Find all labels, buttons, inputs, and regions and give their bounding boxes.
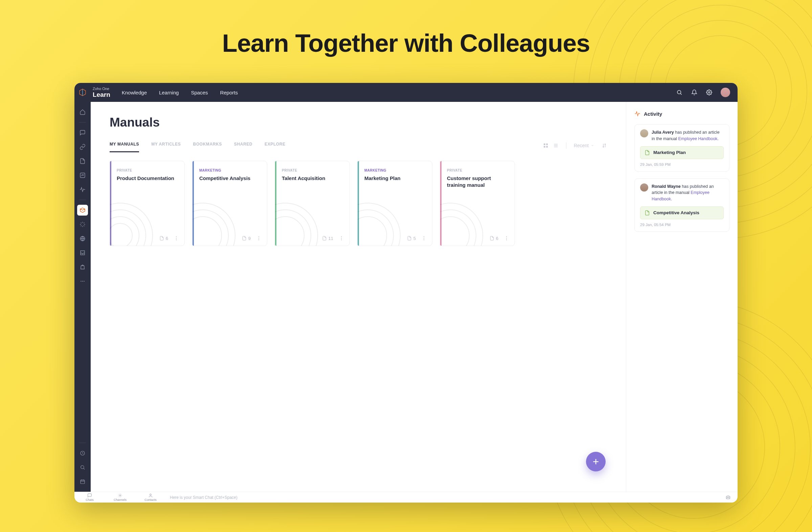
svg-point-58 bbox=[424, 238, 424, 239]
tab-my-articles[interactable]: MY ARTICLES bbox=[151, 142, 181, 152]
svg-point-54 bbox=[357, 203, 400, 246]
svg-point-47 bbox=[259, 240, 259, 240]
sort-dropdown[interactable]: Recent bbox=[574, 143, 594, 148]
grid-view-icon[interactable] bbox=[543, 143, 548, 148]
svg-point-41 bbox=[176, 240, 177, 240]
nav-spaces[interactable]: Spaces bbox=[191, 90, 208, 96]
rail-note-icon[interactable] bbox=[77, 156, 88, 167]
rail-bag-icon[interactable] bbox=[77, 262, 88, 272]
list-view-icon[interactable] bbox=[553, 143, 559, 148]
footer-contacts[interactable]: Contacts bbox=[135, 493, 166, 502]
svg-point-50 bbox=[275, 217, 304, 246]
svg-point-67 bbox=[150, 494, 151, 495]
svg-point-38 bbox=[110, 224, 132, 246]
svg-rect-29 bbox=[546, 143, 548, 145]
sort-direction-icon[interactable] bbox=[601, 143, 607, 148]
svg-point-44 bbox=[192, 217, 222, 246]
gear-icon[interactable] bbox=[706, 89, 712, 96]
search-icon[interactable] bbox=[676, 89, 683, 96]
promo-headline: Learn Together with Colleagues bbox=[0, 29, 812, 58]
add-manual-fab[interactable]: + bbox=[586, 452, 606, 471]
footer-bar: Chats Channels Contacts Here is your Sma… bbox=[74, 492, 738, 503]
rail-divider bbox=[79, 443, 86, 443]
manual-tag: PRIVATE bbox=[117, 169, 179, 172]
activity-doc-chip[interactable]: Competitive Analysis bbox=[640, 206, 724, 219]
svg-point-40 bbox=[176, 238, 177, 239]
activity-panel: Activity Julia Avery has published an ar… bbox=[626, 102, 738, 492]
svg-rect-28 bbox=[544, 143, 546, 145]
svg-point-66 bbox=[119, 495, 121, 496]
tab-explore[interactable]: EXPLORE bbox=[264, 142, 286, 152]
svg-point-55 bbox=[357, 210, 393, 246]
activity-timestamp: 29 Jan, 05:54 PM bbox=[640, 223, 724, 227]
svg-point-63 bbox=[506, 236, 507, 237]
svg-point-35 bbox=[110, 203, 153, 246]
rail-pulse-icon[interactable] bbox=[77, 184, 88, 195]
svg-point-20 bbox=[84, 281, 84, 282]
rail-more-icon[interactable] bbox=[77, 276, 88, 287]
rail-globe-icon[interactable] bbox=[77, 233, 88, 244]
rail-learn-icon[interactable] bbox=[77, 205, 88, 216]
activity-item[interactable]: Ronald Wayne has published an article in… bbox=[634, 178, 729, 232]
rail-home-icon[interactable] bbox=[77, 106, 88, 117]
manual-more-icon[interactable] bbox=[339, 235, 344, 241]
manual-more-icon[interactable] bbox=[504, 235, 509, 241]
rail-clock-icon[interactable] bbox=[77, 448, 88, 459]
manual-card[interactable]: PRIVATE Talent Acquisition 11 bbox=[275, 161, 350, 246]
svg-point-69 bbox=[727, 497, 728, 498]
rail-divider bbox=[79, 200, 86, 200]
user-avatar[interactable] bbox=[721, 88, 730, 97]
manual-more-icon[interactable] bbox=[421, 235, 426, 241]
rail-link-icon[interactable] bbox=[77, 142, 88, 152]
footer-assistant-icon[interactable] bbox=[725, 495, 738, 500]
manual-article-count: 5 bbox=[407, 236, 416, 241]
tabs-row: MY MANUALS MY ARTICLES BOOKMARKS SHARED … bbox=[110, 142, 607, 153]
activity-heading: Activity bbox=[644, 111, 662, 117]
activity-icon bbox=[634, 111, 640, 117]
rail-sparkle-icon[interactable] bbox=[77, 219, 88, 230]
manual-article-count: 6 bbox=[159, 236, 168, 241]
activity-avatar bbox=[640, 129, 648, 138]
nav-reports[interactable]: Reports bbox=[220, 90, 238, 96]
activity-doc-label: Competitive Analysis bbox=[653, 210, 699, 215]
tab-my-manuals[interactable]: MY MANUALS bbox=[110, 142, 139, 152]
svg-rect-31 bbox=[546, 146, 548, 147]
footer-chats[interactable]: Chats bbox=[74, 493, 105, 502]
left-rail bbox=[74, 102, 91, 492]
footer-channels[interactable]: Channels bbox=[105, 493, 135, 502]
manual-more-icon[interactable] bbox=[174, 235, 179, 241]
rail-chat-icon[interactable] bbox=[77, 127, 88, 138]
tab-shared[interactable]: SHARED bbox=[234, 142, 252, 152]
svg-rect-24 bbox=[81, 480, 85, 484]
svg-point-64 bbox=[506, 238, 507, 239]
smart-chat-input[interactable]: Here is your Smart Chat (Ctrl+Space) bbox=[170, 495, 237, 500]
manual-title: Customer support training manual bbox=[447, 175, 509, 189]
manual-card[interactable]: MARKETING Marketing Plan 5 bbox=[357, 161, 432, 246]
activity-manual-link[interactable]: Employee Handbook. bbox=[678, 136, 719, 141]
svg-point-42 bbox=[192, 203, 235, 246]
brand-block: Zoho One Learn bbox=[93, 87, 110, 98]
activity-item[interactable]: Julia Avery has published an article in … bbox=[634, 124, 729, 172]
manual-card[interactable]: MARKETING Competitive Analysis 9 bbox=[192, 161, 267, 246]
svg-point-36 bbox=[110, 210, 146, 246]
nav-learning[interactable]: Learning bbox=[159, 90, 179, 96]
app-logo-icon[interactable] bbox=[74, 83, 91, 102]
manual-article-count: 11 bbox=[322, 236, 333, 241]
manual-card[interactable]: PRIVATE Customer support training manual… bbox=[440, 161, 515, 246]
svg-point-51 bbox=[341, 236, 342, 237]
svg-point-49 bbox=[275, 210, 311, 246]
nav-knowledge[interactable]: Knowledge bbox=[122, 90, 147, 96]
svg-rect-16 bbox=[80, 173, 85, 178]
activity-doc-chip[interactable]: Marketing Plan bbox=[640, 146, 724, 159]
manual-card[interactable]: PRIVATE Product Documentation 6 bbox=[110, 161, 185, 246]
svg-point-65 bbox=[506, 240, 507, 240]
rail-search2-icon[interactable] bbox=[77, 462, 88, 473]
rail-calendar-icon[interactable] bbox=[77, 476, 88, 487]
manual-tag: PRIVATE bbox=[282, 169, 344, 172]
rail-analytics-icon[interactable] bbox=[77, 170, 88, 181]
manual-more-icon[interactable] bbox=[256, 235, 262, 241]
bell-icon[interactable] bbox=[691, 89, 698, 96]
tab-bookmarks[interactable]: BOOKMARKS bbox=[193, 142, 222, 152]
svg-point-45 bbox=[259, 236, 259, 237]
rail-inbox-icon[interactable] bbox=[77, 247, 88, 258]
